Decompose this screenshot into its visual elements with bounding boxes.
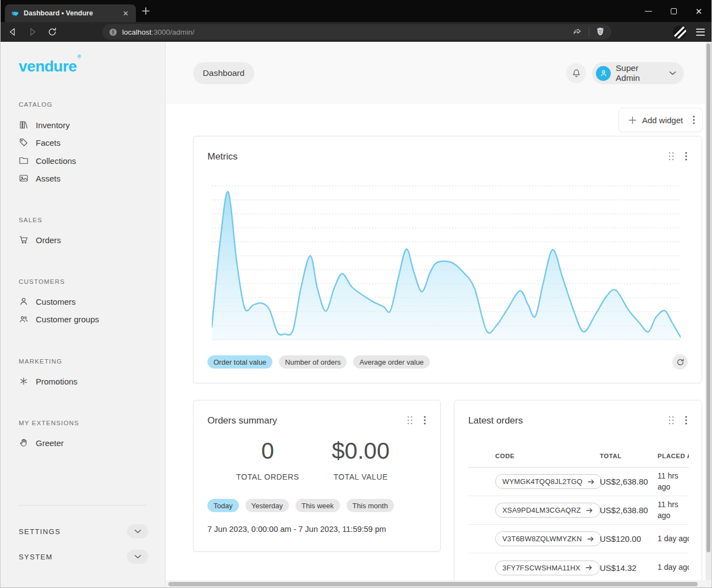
table-row: WYMGK4TQQ8JL2TGQ US$2,638.80 11 hrs ago [468, 468, 689, 496]
date-range-text: 7 Jun 2023, 0:00:00 am - 7 Jun 2023, 11:… [207, 525, 386, 534]
plus-icon [628, 116, 637, 124]
url-text: localhost:3000/admin/ [122, 28, 572, 36]
table-row: 3FY7FSCWSHMA11HX US$14.32 1 day ago [468, 553, 689, 582]
range-tab-today[interactable]: Today [207, 499, 239, 512]
section-label-catalog: CATALOG [19, 101, 53, 108]
arrow-right-icon [585, 564, 593, 571]
sidebar-item-collections[interactable]: Collections [19, 154, 76, 167]
page-header: Dashboard Super Admin [166, 42, 711, 103]
metric-tab-number-of-orders[interactable]: Number of orders [279, 355, 347, 369]
brave-shield-icon[interactable] [596, 27, 605, 37]
vendure-favicon-icon [10, 9, 19, 18]
hand-icon [19, 438, 29, 448]
kebab-menu-icon[interactable] [424, 416, 426, 425]
range-tab-yesterday[interactable]: Yesterday [245, 499, 289, 512]
range-tab-this-month[interactable]: This month [347, 499, 394, 512]
user-avatar [596, 66, 611, 81]
range-tab-this-week[interactable]: This week [295, 499, 340, 512]
settings-expand-button[interactable] [127, 524, 148, 538]
sidebar-item-inventory[interactable]: Inventory [19, 118, 70, 131]
tab-close-icon[interactable]: ✕ [121, 9, 130, 18]
refresh-icon [676, 358, 684, 366]
chevron-down-icon [134, 529, 141, 534]
site-info-icon[interactable] [109, 28, 117, 36]
system-expand-button[interactable] [127, 549, 148, 564]
kebab-menu-icon[interactable] [693, 116, 695, 124]
column-header-code: CODE [495, 453, 600, 459]
kebab-menu-icon[interactable] [685, 152, 687, 161]
order-code-link[interactable]: V3T6BW8ZQLWMYZKN [495, 531, 601, 546]
add-widget-button[interactable]: Add widget [619, 108, 702, 131]
widget-title: Orders summary [207, 415, 277, 426]
browser-toolbar: localhost:3000/admin/ [1, 22, 711, 42]
vertical-scrollbar-thumb[interactable] [706, 43, 710, 552]
dashboard-content: Add widget Metrics Order total value [166, 103, 711, 588]
horizontal-scrollbar[interactable] [166, 580, 712, 588]
order-code-link[interactable]: 3FY7FSCWSHMA11HX [495, 560, 600, 575]
metric-tab-average-order-value[interactable]: Average order value [353, 355, 430, 369]
user-name: Super Admin [616, 63, 664, 83]
kebab-menu-icon[interactable] [685, 416, 687, 425]
metrics-widget: Metrics Order total value Number of orde… [193, 136, 702, 383]
horizontal-scrollbar-thumb[interactable] [168, 582, 698, 586]
reload-button[interactable] [46, 25, 59, 39]
sidebar-section-system[interactable]: SYSTEM [19, 549, 148, 564]
window-controls: ✕ [636, 0, 711, 22]
section-label-sales: SALES [19, 217, 42, 223]
sidebar-item-promotions[interactable]: Promotions [19, 375, 78, 388]
sidebar-item-customers[interactable]: Customers [19, 295, 76, 308]
table-header-row: CODE TOTAL PLACED AT [468, 444, 689, 468]
sidebar-item-assets[interactable]: Assets [19, 172, 61, 185]
vendure-admin-app: vendure® CATALOG Inventory Facets Collec… [1, 42, 711, 588]
browser-titlebar: Dashboard • Vendure ✕ ✕ [1, 0, 711, 22]
drag-handle-icon[interactable] [407, 416, 413, 425]
section-label-customers: CUSTOMERS [19, 278, 65, 285]
browser-tab[interactable]: Dashboard • Vendure ✕ [5, 4, 136, 22]
share-icon[interactable] [572, 27, 582, 37]
metric-tab-order-total-value[interactable]: Order total value [207, 355, 272, 369]
bell-icon [571, 68, 582, 79]
browser-menu-icon[interactable] [696, 29, 705, 36]
browser-profile-avatar[interactable] [673, 25, 686, 39]
latest-orders-table: CODE TOTAL PLACED AT WYMGK4TQQ8JL2TGQ US… [468, 444, 689, 582]
address-bar[interactable]: localhost:3000/admin/ [102, 24, 611, 40]
drag-handle-icon[interactable] [669, 152, 674, 161]
arrow-right-icon [587, 535, 594, 543]
latest-orders-widget: Latest orders CODE TOTAL PLACED AT [454, 400, 702, 588]
sidebar-item-customer-groups[interactable]: Customer groups [19, 312, 99, 326]
user-icon [19, 296, 29, 306]
sidebar-item-greeter[interactable]: Greeter [19, 436, 64, 449]
sidebar-item-facets[interactable]: Facets [19, 136, 61, 149]
new-tab-button[interactable] [141, 7, 150, 15]
sidebar-item-orders[interactable]: Orders [19, 233, 61, 246]
vertical-scrollbar[interactable] [705, 42, 711, 588]
order-code-link[interactable]: WYMGK4TQQ8JL2TGQ [495, 474, 602, 489]
order-code-link[interactable]: XSA9PD4LM3CGAQRZ [495, 503, 600, 518]
image-icon [19, 173, 29, 183]
notifications-button[interactable] [566, 63, 586, 83]
window-minimize-button[interactable] [636, 0, 661, 22]
forward-button[interactable] [26, 25, 39, 39]
browser-window: Dashboard • Vendure ✕ ✕ [0, 0, 712, 588]
window-maximize-button[interactable] [661, 0, 686, 22]
total-orders-stat: 0 TOTAL ORDERS [221, 438, 314, 481]
tag-icon [19, 138, 29, 147]
sidebar-section-settings[interactable]: SETTINGS [19, 524, 148, 539]
tab-title: Dashboard • Vendure [24, 9, 121, 17]
cart-icon [19, 235, 29, 245]
table-row: XSA9PD4LM3CGAQRZ US$2,638.80 11 hrs ago [468, 496, 689, 525]
back-button[interactable] [6, 25, 19, 39]
folder-icon [19, 156, 29, 166]
sidebar-divider [19, 505, 146, 505]
window-close-button[interactable]: ✕ [686, 0, 711, 22]
arrow-right-icon [585, 507, 593, 514]
column-header-placed-at: PLACED AT [658, 453, 689, 459]
widget-title: Latest orders [468, 415, 523, 426]
breadcrumb[interactable]: Dashboard [193, 62, 254, 84]
section-label-my-extensions: MY EXTENSIONS [19, 420, 79, 426]
arrow-right-icon [587, 478, 595, 486]
chevron-down-icon [134, 554, 141, 559]
refresh-button[interactable] [672, 354, 688, 370]
user-menu[interactable]: Super Admin [592, 62, 684, 84]
drag-handle-icon[interactable] [669, 416, 674, 425]
